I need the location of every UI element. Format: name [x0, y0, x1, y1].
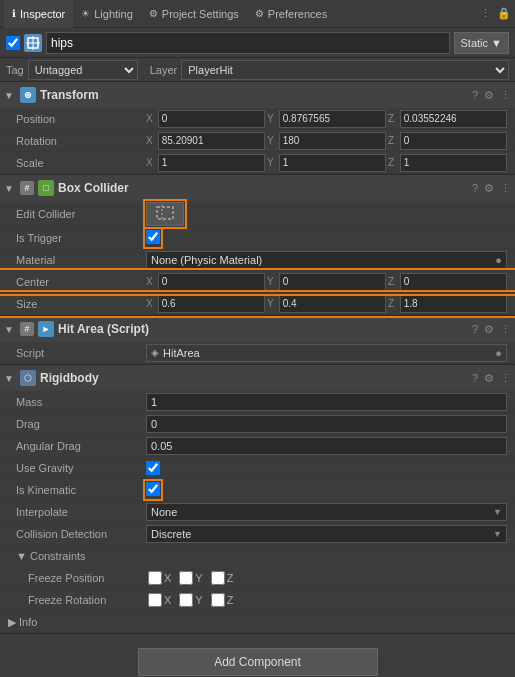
object-active-checkbox[interactable] — [6, 36, 20, 50]
rotation-z-input[interactable] — [400, 132, 507, 150]
tab-lock-area: ⋮ 🔒 — [480, 7, 511, 20]
rotation-z-label: Z — [388, 135, 399, 146]
interpolate-label: Interpolate — [16, 506, 146, 518]
tab-project-settings[interactable]: ⚙ Project Settings — [141, 0, 247, 28]
drag-label: Drag — [16, 418, 146, 430]
rigidbody-settings[interactable]: ⚙ — [484, 372, 494, 385]
transform-section: ▼ ⊕ Transform ? ⚙ ⋮ Position X Y — [0, 82, 515, 175]
use-gravity-checkbox[interactable] — [146, 461, 160, 475]
rotation-y-field: Y — [267, 132, 386, 150]
tag-select[interactable]: Untagged — [28, 60, 138, 80]
hit-area-more[interactable]: ⋮ — [500, 323, 511, 336]
position-y-input[interactable] — [279, 110, 386, 128]
box-collider-help[interactable]: ? — [472, 182, 478, 195]
center-z-input[interactable] — [400, 273, 507, 291]
angular-drag-input[interactable] — [146, 437, 507, 455]
drag-input[interactable] — [146, 415, 507, 433]
is-kinematic-checkbox[interactable] — [146, 482, 160, 496]
box-collider-section: ▼ # □ Box Collider ? ⚙ ⋮ Edit Collider I… — [0, 175, 515, 316]
transform-header[interactable]: ▼ ⊕ Transform ? ⚙ ⋮ — [0, 82, 515, 108]
scale-label: Scale — [16, 157, 146, 169]
freeze-pos-z-checkbox[interactable] — [211, 571, 225, 585]
tab-lighting[interactable]: ☀ Lighting — [73, 0, 141, 28]
interpolate-arrow: ▼ — [493, 507, 502, 517]
freeze-rot-y-checkbox[interactable] — [179, 593, 193, 607]
freeze-rot-z-checkbox[interactable] — [211, 593, 225, 607]
freeze-rot-x-checkbox[interactable] — [148, 593, 162, 607]
lighting-icon: ☀ — [81, 8, 90, 19]
size-y-field: Y — [267, 295, 386, 313]
box-collider-more[interactable]: ⋮ — [500, 182, 511, 195]
layer-select[interactable]: PlayerHit — [181, 60, 509, 80]
inspector-body: Static ▼ Tag Untagged Layer PlayerHit ▼ … — [0, 28, 515, 677]
box-collider-header[interactable]: ▼ # □ Box Collider ? ⚙ ⋮ — [0, 175, 515, 201]
freeze-rotation-row: Freeze Rotation X Y Z — [0, 589, 515, 611]
transform-actions: ? ⚙ ⋮ — [472, 89, 511, 102]
mass-input[interactable] — [146, 393, 507, 411]
hit-area-header[interactable]: ▼ # ► Hit Area (Script) ? ⚙ ⋮ — [0, 316, 515, 342]
transform-more[interactable]: ⋮ — [500, 89, 511, 102]
tab-preferences[interactable]: ⚙ Preferences — [247, 0, 335, 28]
scale-y-input[interactable] — [279, 154, 386, 172]
collision-detection-label: Collision Detection — [16, 528, 146, 540]
layer-label: Layer — [150, 64, 178, 76]
rigidbody-header[interactable]: ▼ ⬡ Rigidbody ? ⚙ ⋮ — [0, 365, 515, 391]
interpolate-value: None — [151, 506, 177, 518]
scale-xyz: X Y Z — [146, 154, 507, 172]
tab-inspector[interactable]: ℹ Inspector — [4, 0, 73, 28]
center-z-field: Z — [388, 273, 507, 291]
hit-area-title: Hit Area (Script) — [58, 322, 468, 336]
box-collider-triangle: ▼ — [4, 183, 16, 194]
center-x-field: X — [146, 273, 265, 291]
interpolate-dropdown[interactable]: None ▼ — [146, 503, 507, 521]
rigidbody-more[interactable]: ⋮ — [500, 372, 511, 385]
script-icon: ◈ — [151, 347, 159, 358]
rigidbody-title: Rigidbody — [40, 371, 468, 385]
transform-help[interactable]: ? — [472, 89, 478, 102]
box-collider-title: Box Collider — [58, 181, 468, 195]
transform-title: Transform — [40, 88, 468, 102]
edit-collider-button[interactable] — [146, 202, 184, 226]
transform-settings[interactable]: ⚙ — [484, 89, 494, 102]
material-value[interactable]: None (Physic Material) ● — [146, 251, 507, 269]
center-x-input[interactable] — [158, 273, 265, 291]
freeze-pos-y-checkbox[interactable] — [179, 571, 193, 585]
rotation-z-field: Z — [388, 132, 507, 150]
rigidbody-icon: ⬡ — [20, 370, 36, 386]
is-trigger-checkbox[interactable] — [146, 230, 160, 244]
scale-x-input[interactable] — [158, 154, 265, 172]
size-z-input[interactable] — [400, 295, 507, 313]
size-x-input[interactable] — [158, 295, 265, 313]
static-button[interactable]: Static ▼ — [454, 32, 509, 54]
info-row[interactable]: ▶ Info — [0, 611, 515, 633]
size-z-label: Z — [388, 298, 399, 309]
collision-detection-dropdown[interactable]: Discrete ▼ — [146, 525, 507, 543]
scale-z-input[interactable] — [400, 154, 507, 172]
scale-y-label: Y — [267, 157, 278, 168]
rotation-y-input[interactable] — [279, 132, 386, 150]
script-row: Script ◈ HitArea ● — [0, 342, 515, 364]
hit-area-help[interactable]: ? — [472, 323, 478, 336]
freeze-pos-x-label: X — [164, 572, 171, 584]
constraints-header[interactable]: ▼ Constraints — [0, 545, 515, 567]
rigidbody-help[interactable]: ? — [472, 372, 478, 385]
rotation-x-input[interactable] — [158, 132, 265, 150]
object-name-input[interactable] — [46, 32, 450, 54]
add-component-button[interactable]: Add Component — [138, 648, 378, 676]
transform-triangle: ▼ — [4, 90, 16, 101]
script-label: Script — [16, 347, 146, 359]
is-trigger-row: Is Trigger — [0, 227, 515, 249]
rotation-xyz: X Y Z — [146, 132, 507, 150]
box-collider-settings[interactable]: ⚙ — [484, 182, 494, 195]
position-z-input[interactable] — [400, 110, 507, 128]
freeze-pos-x-checkbox[interactable] — [148, 571, 162, 585]
freeze-rotation-values: X Y Z — [148, 593, 233, 607]
box-collider-hash: # — [20, 181, 34, 195]
rotation-row: Rotation X Y Z — [0, 130, 515, 152]
hit-area-settings[interactable]: ⚙ — [484, 323, 494, 336]
size-y-input[interactable] — [279, 295, 386, 313]
center-y-input[interactable] — [279, 273, 386, 291]
lock-icon: 🔒 — [497, 7, 511, 20]
mass-label: Mass — [16, 396, 146, 408]
position-x-input[interactable] — [158, 110, 265, 128]
